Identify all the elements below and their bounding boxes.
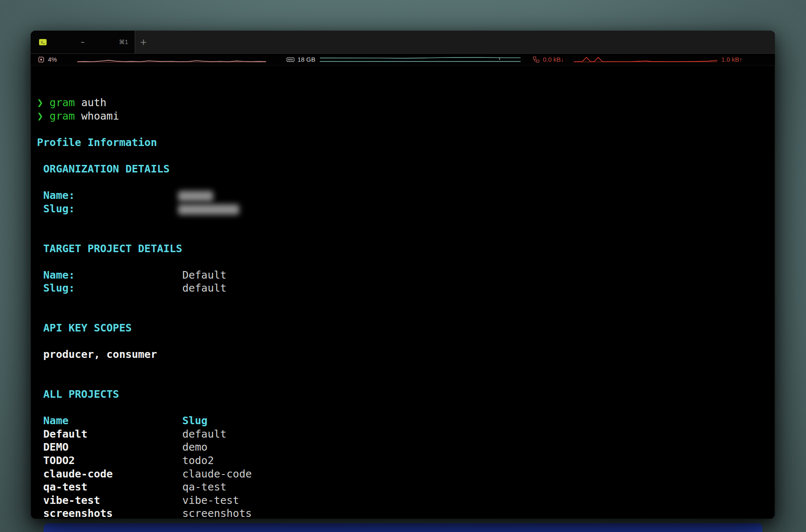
project-slug-cell: screenshots [182, 507, 252, 519]
project-name-cell: qa-test [43, 480, 182, 494]
project-name-row: Name:Default [37, 269, 772, 282]
project-name-cell: DEMO [43, 441, 182, 454]
column-header-name: Name [43, 414, 182, 428]
column-header-slug: Slug [182, 415, 207, 427]
project-slug-label: Slug: [43, 282, 182, 295]
api-key-scopes-value: producer, consumer [43, 348, 157, 360]
prompt-chevron-icon: ❯ [37, 110, 43, 122]
target-project-heading: TARGET PROJECT DETAILS [43, 243, 182, 255]
status-bar: 4% 18 GB [31, 54, 775, 65]
project-slug-cell: todo2 [182, 454, 214, 467]
org-slug-label: Slug: [43, 202, 182, 216]
new-tab-button[interactable]: + [140, 37, 147, 47]
command-arg: whoami [81, 110, 119, 122]
tab-bar: ❯_ ~ ⌘1 + [31, 31, 775, 54]
project-slug-cell: default [182, 428, 226, 440]
tab-shortcut-badge: ⌘1 [119, 39, 128, 45]
project-name-label: Name: [43, 269, 182, 282]
memory-usage-value: 18 GB [298, 56, 316, 63]
table-header-row: NameSlug [37, 414, 772, 428]
table-row: claude-codeclaude-code [37, 467, 772, 481]
project-slug-cell: demo [182, 441, 207, 453]
network-upload-value: 1.0 kB↑ [721, 56, 742, 63]
project-slug-cell: qa-test [182, 481, 226, 493]
org-details-heading: ORGANIZATION DETAILS [43, 163, 170, 175]
table-row: Defaultdefault [37, 428, 772, 441]
command-text: gram [50, 110, 75, 122]
cpu-icon [37, 56, 45, 63]
prompt-chevron-icon: ❯ [37, 96, 43, 109]
cpu-sparkline [77, 56, 266, 63]
memory-icon [286, 56, 295, 63]
table-row: screenshotsscreenshots [37, 507, 772, 519]
project-slug-cell: claude-code [182, 468, 252, 480]
all-projects-heading: ALL PROJECTS [43, 388, 119, 400]
project-name-cell: claude-code [43, 467, 182, 481]
table-row: DEMOdemo [37, 441, 772, 454]
terminal-output[interactable]: ❯gramauth ❯gramwhoami Profile Informatio… [37, 96, 772, 516]
org-name-label: Name: [43, 189, 182, 202]
background-window-edge [44, 523, 762, 532]
command-line: ❯gramwhoami [37, 110, 772, 123]
project-slug-value: default [182, 282, 226, 294]
org-name-row: Name: [37, 189, 772, 202]
cpu-usage-value: 4% [48, 56, 57, 63]
tab-strip-empty: + [135, 31, 775, 53]
org-slug-row: Slug: [37, 202, 772, 216]
network-icon [532, 56, 540, 63]
table-row: TODO2todo2 [37, 454, 772, 467]
terminal-app-icon: ❯_ [39, 39, 47, 45]
redacted-org-name [178, 191, 213, 201]
table-row: qa-testqa-test [37, 480, 772, 494]
api-key-scopes-heading: API KEY SCOPES [43, 322, 132, 334]
command-arg: auth [81, 96, 106, 109]
redacted-org-slug [178, 204, 239, 215]
network-download-value: 0.0 kB↓ [543, 56, 564, 63]
project-slug-row: Slug:default [37, 282, 772, 295]
command-text: gram [50, 96, 75, 109]
project-name-cell: screenshots [43, 507, 182, 519]
command-line: ❯gramauth [37, 96, 772, 110]
project-name-value: Default [182, 269, 226, 281]
project-name-cell: Default [43, 428, 182, 441]
project-name-cell: TODO2 [43, 454, 182, 467]
project-name-cell: vibe-test [43, 494, 182, 507]
table-row: vibe-testvibe-test [37, 494, 772, 507]
terminal-window: ❯_ ~ ⌘1 + 4% [31, 31, 775, 519]
tab-title: ~ [81, 39, 85, 46]
project-slug-cell: vibe-test [182, 494, 239, 506]
memory-graph [320, 57, 521, 63]
page-title: Profile Information [37, 136, 157, 149]
network-sparkline [574, 56, 717, 63]
tab-home[interactable]: ❯_ ~ ⌘1 [31, 31, 135, 53]
